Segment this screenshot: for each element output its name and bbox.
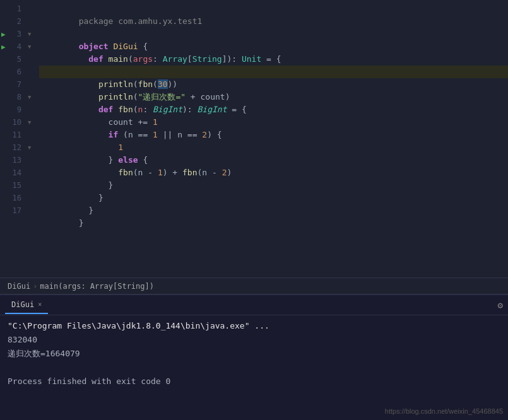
code-line-10: if (n == 1 || n == 2) { bbox=[39, 116, 508, 129]
code-lines: package com.amhu.yx.test1 object DiGui {… bbox=[37, 3, 508, 277]
terminal-tab-digui[interactable]: DiGui × bbox=[5, 296, 48, 314]
code-line-12: } else { bbox=[39, 141, 508, 154]
editor-area: ▶ ▶ 1 2 3 4 5 6 7 8 9 10 11 12 13 14 15 … bbox=[0, 0, 508, 294]
fold-indicators: ▼ ▼ ▼ ▼ ▼ bbox=[28, 3, 37, 277]
code-line-7: println("递归次数=" + count) bbox=[39, 78, 508, 91]
code-line-17: } bbox=[39, 204, 508, 217]
line-num: 17 bbox=[13, 204, 21, 217]
code-container: ▶ ▶ 1 2 3 4 5 6 7 8 9 10 11 12 13 14 15 … bbox=[0, 0, 508, 277]
line-num: 9 bbox=[13, 103, 21, 116]
code-line-8: def fbn(n: BigInt): BigInt = { bbox=[39, 91, 508, 103]
code-line-9: count += 1 bbox=[39, 103, 508, 116]
code-line-3: object DiGui { bbox=[39, 28, 508, 40]
terminal-blank bbox=[8, 361, 500, 375]
line-num: 2 bbox=[13, 15, 21, 28]
code-line-15: } bbox=[39, 179, 508, 192]
fold-icon-8[interactable]: ▼ bbox=[28, 91, 37, 103]
line-num: 5 bbox=[13, 53, 21, 66]
run-icon-def[interactable]: ▶ bbox=[1, 40, 6, 53]
terminal-tab-label: DiGui bbox=[11, 300, 34, 309]
terminal-tab-close[interactable]: × bbox=[38, 301, 42, 308]
line-num: 7 bbox=[13, 78, 21, 91]
breadcrumb-main: main(args: Array[String]) bbox=[40, 282, 154, 291]
terminal-output-2: 递归次数=1664079 bbox=[8, 347, 500, 361]
gutter: ▶ ▶ 1 2 3 4 5 6 7 8 9 10 11 12 13 14 15 … bbox=[0, 3, 28, 277]
breadcrumb-digui: DiGui bbox=[8, 282, 30, 291]
line-num: 13 bbox=[13, 154, 21, 166]
line-num: 3 bbox=[13, 28, 21, 40]
breadcrumb-bar: DiGui › main(args: Array[String]) bbox=[0, 277, 508, 294]
code-line-6: println(fbn(30)) bbox=[39, 66, 508, 78]
line-numbers: 1 2 3 4 5 6 7 8 9 10 11 12 13 14 15 16 1… bbox=[13, 3, 24, 217]
line-num: 4 bbox=[13, 40, 21, 53]
terminal-output-1: 832040 bbox=[8, 333, 500, 347]
code-line-1: package com.amhu.yx.test1 bbox=[39, 3, 508, 15]
fold-icon-3[interactable]: ▼ bbox=[28, 28, 37, 40]
line-num: 15 bbox=[13, 179, 21, 192]
line-num: 12 bbox=[13, 141, 21, 154]
line-num: 14 bbox=[13, 166, 21, 179]
code-line-11: 1 bbox=[39, 129, 508, 141]
line-num: 16 bbox=[13, 192, 21, 204]
terminal-command: "C:\Program Files\Java\jdk1.8.0_144\bin\… bbox=[8, 319, 500, 333]
terminal-output-3: Process finished with exit code 0 bbox=[8, 375, 500, 388]
run-icons: ▶ ▶ bbox=[1, 3, 6, 53]
watermark: https://blog.csdn.net/weixin_45468845 bbox=[385, 407, 503, 415]
code-line-4: def main(args: Array[String]): Unit = { bbox=[39, 40, 508, 53]
fold-icon-12[interactable]: ▼ bbox=[28, 141, 37, 154]
fold-icon-10[interactable]: ▼ bbox=[28, 116, 37, 129]
code-line-5: var count = BigInt(0) bbox=[39, 53, 508, 66]
line-num: 10 bbox=[13, 116, 21, 129]
fold-icon-4[interactable]: ▼ bbox=[28, 40, 37, 53]
line-num: 11 bbox=[13, 129, 21, 141]
terminal-content: "C:\Program Files\Java\jdk1.8.0_144\bin\… bbox=[0, 315, 508, 420]
breadcrumb-sep: › bbox=[33, 282, 37, 291]
line-num: 1 bbox=[13, 3, 21, 15]
code-line-14: } bbox=[39, 166, 508, 179]
gear-icon[interactable]: ⚙ bbox=[498, 300, 503, 310]
terminal-area: DiGui × ⚙ "C:\Program Files\Java\jdk1.8.… bbox=[0, 294, 508, 420]
code-line-2 bbox=[39, 15, 508, 28]
terminal-tabs: DiGui × ⚙ bbox=[0, 295, 508, 315]
line-num: 6 bbox=[13, 66, 21, 78]
code-line-16: } bbox=[39, 192, 508, 204]
run-icon-object[interactable]: ▶ bbox=[1, 28, 6, 40]
line-num: 8 bbox=[13, 91, 21, 103]
code-line-13: fbn(n - 1) + fbn(n - 2) bbox=[39, 154, 508, 166]
